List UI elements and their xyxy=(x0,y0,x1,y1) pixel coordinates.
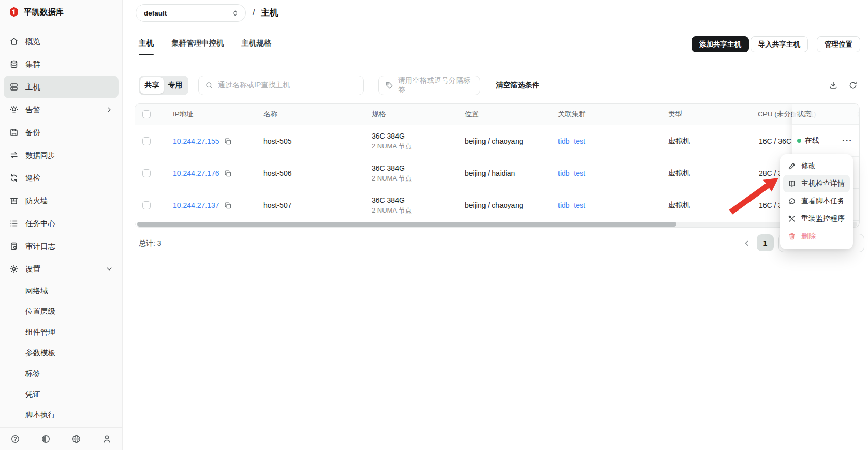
segment-shared[interactable]: 共享 xyxy=(140,77,164,94)
cluster-link[interactable]: tidb_test xyxy=(558,137,585,145)
download-icon[interactable] xyxy=(829,81,838,90)
sidebar-subitem-location-hierarchy[interactable]: 位置层级 xyxy=(4,301,119,322)
globe-icon[interactable] xyxy=(71,434,81,444)
home-icon xyxy=(9,37,19,46)
tag-placeholder: 请用空格或逗号分隔标签 xyxy=(398,76,474,95)
copy-icon[interactable] xyxy=(224,170,232,177)
gear-icon xyxy=(9,264,19,274)
clear-filters-link[interactable]: 清空筛选条件 xyxy=(496,81,539,90)
brand-name: 平凯数据库 xyxy=(24,7,64,17)
column-header-name: 名称 xyxy=(263,104,277,125)
tab-control-machines[interactable]: 集群管理中控机 xyxy=(171,38,224,55)
sidebar-item-label: 巡检 xyxy=(25,173,40,183)
audit-log-icon xyxy=(9,242,19,251)
sidebar-item-backup[interactable]: 备份 xyxy=(4,121,119,144)
column-header-type: 类型 xyxy=(668,104,682,125)
row-checkbox[interactable] xyxy=(142,137,151,145)
import-shared-host-button[interactable]: 导入共享主机 xyxy=(751,36,808,52)
workspace-select[interactable]: default xyxy=(136,4,246,22)
segment-dedicated[interactable]: 专用 xyxy=(164,77,187,94)
row-checkbox[interactable] xyxy=(142,169,151,177)
host-type: 虚拟机 xyxy=(668,157,690,189)
row-checkbox[interactable] xyxy=(142,201,151,209)
sidebar-subitem-credentials[interactable]: 凭证 xyxy=(4,384,119,404)
sidebar-item-overview[interactable]: 概览 xyxy=(4,30,119,53)
workspace-select-value: default xyxy=(144,9,167,17)
add-shared-host-button[interactable]: 添加共享主机 xyxy=(692,36,749,52)
table-row: 10.244.27.137 host-507 36C 384G 2 NUMA 节… xyxy=(135,189,859,221)
help-icon[interactable] xyxy=(10,434,20,444)
tab-bar: 主机 集群管理中控机 主机规格 xyxy=(139,38,272,55)
pagination-page-1[interactable]: 1 xyxy=(757,234,774,251)
sidebar-item-data-sync[interactable]: 数据同步 xyxy=(4,144,119,167)
sidebar-item-firewall[interactable]: 防火墙 xyxy=(4,189,119,212)
host-spec: 36C 384G xyxy=(372,132,405,140)
sidebar-item-alerts[interactable]: 告警 xyxy=(4,98,119,121)
menu-item-host-inspection-details[interactable]: 主机检查详情 xyxy=(783,175,850,192)
sidebar-item-label: 备份 xyxy=(25,128,40,138)
sidebar-subitem-parameter-templates[interactable]: 参数模板 xyxy=(4,342,119,363)
sidebar-item-audit-log[interactable]: 审计日志 xyxy=(4,235,119,258)
sidebar-nav: 概览 集群 主机 告警 备份 数据同步 xyxy=(4,30,119,425)
brand-logo-icon xyxy=(8,6,20,18)
host-name: host-507 xyxy=(263,189,291,221)
menu-item-delete[interactable]: 删除 xyxy=(783,228,850,245)
breadcrumb-separator: / xyxy=(253,7,255,18)
host-search-input[interactable]: 通过名称或IP查找主机 xyxy=(198,76,364,95)
sidebar-subitem-network-domain[interactable]: 网络域 xyxy=(4,280,119,301)
column-header-status: 状态 xyxy=(792,104,859,125)
copy-icon[interactable] xyxy=(224,138,232,145)
pagination-prev-icon[interactable] xyxy=(742,238,752,248)
menu-item-reinstall-monitoring[interactable]: 重装监控程序 xyxy=(783,210,850,228)
select-all-checkbox[interactable] xyxy=(142,110,151,118)
host-ip-link[interactable]: 10.244.27.137 xyxy=(173,201,219,209)
tab-hosts[interactable]: 主机 xyxy=(139,38,154,55)
sidebar-item-hosts[interactable]: 主机 xyxy=(4,76,119,98)
row-actions-icon[interactable]: ··· xyxy=(842,136,859,145)
cluster-link[interactable]: tidb_test xyxy=(558,169,585,177)
history-icon xyxy=(788,197,796,205)
sidebar-subitem-component-management[interactable]: 组件管理 xyxy=(4,322,119,342)
table-row: 10.244.27.176 host-506 36C 384G 2 NUMA 节… xyxy=(135,157,859,189)
host-type: 虚拟机 xyxy=(668,125,690,157)
manage-locations-button[interactable]: 管理位置 xyxy=(817,36,860,52)
cluster-link[interactable]: tidb_test xyxy=(558,201,585,209)
sidebar-item-label: 数据同步 xyxy=(25,151,55,160)
host-numa: 2 NUMA 节点 xyxy=(372,142,412,151)
theme-contrast-icon[interactable] xyxy=(41,434,51,444)
chevron-down-icon xyxy=(106,265,113,273)
sidebar-item-clusters[interactable]: 集群 xyxy=(4,53,119,76)
app-window: 平凯数据库 概览 集群 主机 告警 备份 xyxy=(0,0,868,450)
host-location: beijing / chaoyang xyxy=(465,189,523,221)
host-name: host-506 xyxy=(263,157,291,189)
copy-icon[interactable] xyxy=(224,202,232,209)
host-ip-link[interactable]: 10.244.27.176 xyxy=(173,169,219,177)
host-spec: 36C 384G xyxy=(372,196,405,204)
sidebar-item-label: 集群 xyxy=(25,59,40,69)
user-icon[interactable] xyxy=(102,434,112,444)
sidebar-item-label: 告警 xyxy=(25,105,40,115)
sidebar-subitem-tags[interactable]: 标签 xyxy=(4,363,119,384)
host-ip-link[interactable]: 10.244.27.155 xyxy=(173,137,219,145)
menu-item-view-script-tasks[interactable]: 查看脚本任务 xyxy=(783,192,850,210)
sidebar-subitem-script-execution[interactable]: 脚本执行 xyxy=(4,404,119,425)
scrollbar-thumb[interactable] xyxy=(137,222,676,227)
menu-item-edit[interactable]: 修改 xyxy=(783,157,850,175)
sidebar-item-inspection[interactable]: 巡检 xyxy=(4,167,119,189)
book-icon xyxy=(788,179,796,188)
tag-filter-input[interactable]: 请用空格或逗号分隔标签 xyxy=(378,76,480,95)
refresh-icon[interactable] xyxy=(848,81,858,90)
select-updown-icon xyxy=(231,9,239,17)
tab-host-specs[interactable]: 主机规格 xyxy=(242,38,272,55)
sidebar-item-label: 主机 xyxy=(25,82,40,92)
alert-icon xyxy=(9,105,19,114)
column-header-ip: IP地址 xyxy=(173,104,194,125)
tools-icon xyxy=(788,215,796,223)
sidebar-item-task-center[interactable]: 任务中心 xyxy=(4,212,119,235)
row-context-menu: 修改 主机检查详情 查看脚本任务 重装监控程序 删除 xyxy=(780,154,853,249)
sidebar-item-settings[interactable]: 设置 xyxy=(4,258,119,280)
sidebar-item-label: 概览 xyxy=(25,37,40,47)
hosts-icon xyxy=(9,82,19,92)
status-cell: 在线 ··· xyxy=(792,125,859,157)
host-spec: 36C 384G xyxy=(372,164,405,172)
